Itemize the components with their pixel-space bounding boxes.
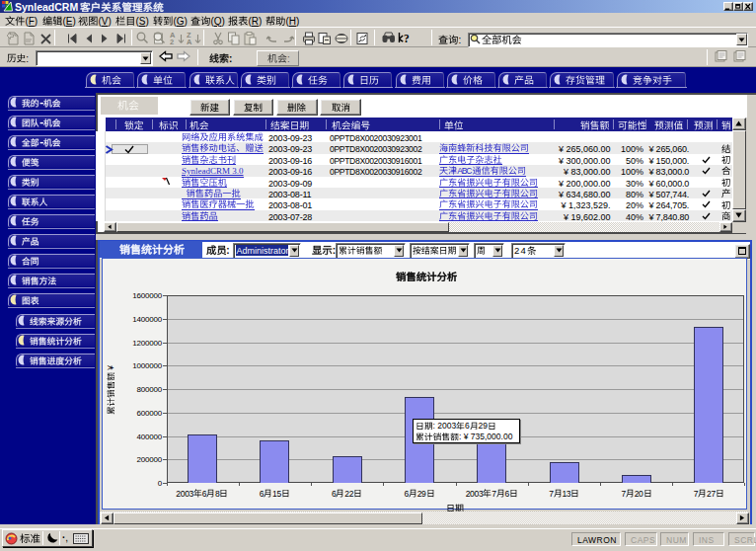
svg-text:ABC: ABC [457, 166, 472, 175]
svg-text:?: ? [404, 33, 410, 44]
svg-text:A: A [187, 38, 192, 46]
svg-text:2: 2 [170, 38, 174, 46]
